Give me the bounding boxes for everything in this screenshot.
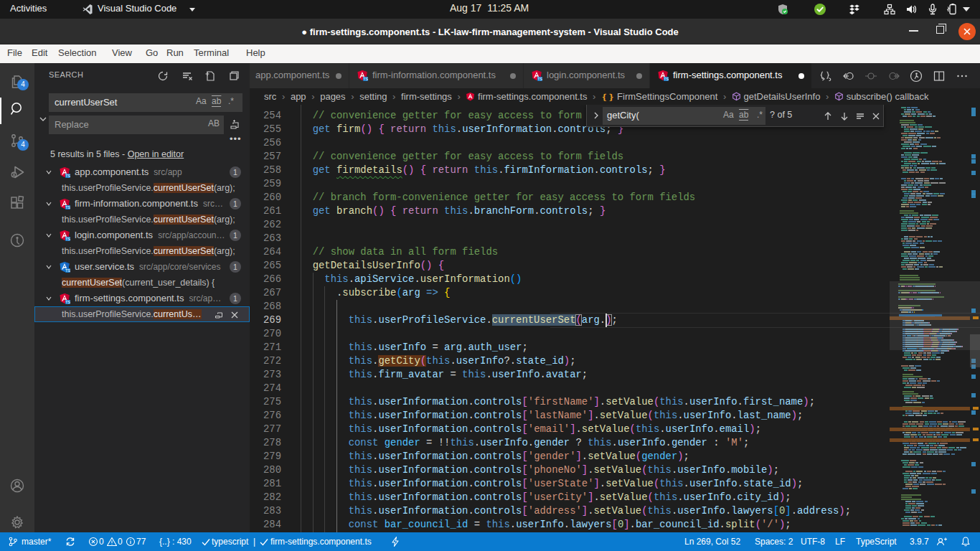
svg-text:TS: TS (65, 300, 70, 304)
svg-text:TS: TS (363, 77, 368, 81)
svg-text:TS: TS (65, 205, 70, 209)
svg-text:TS: TS (65, 268, 70, 273)
svg-text:TS: TS (664, 77, 669, 81)
svg-text:TS: TS (537, 77, 542, 81)
svg-text:TS: TS (65, 174, 70, 178)
svg-text:TS: TS (65, 237, 70, 241)
